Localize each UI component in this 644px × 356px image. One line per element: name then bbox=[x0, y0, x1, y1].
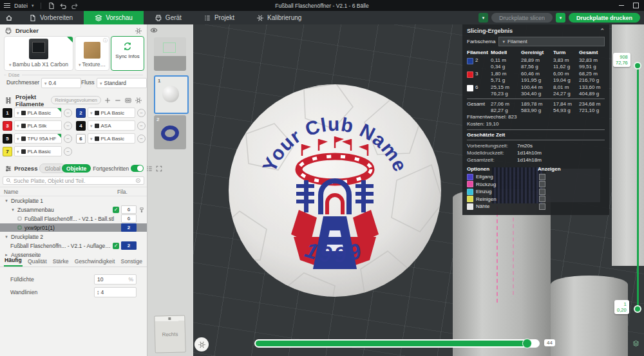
flow-select[interactable]: ▾Standard bbox=[97, 78, 147, 88]
collapse-panel-icon[interactable]: ⌃ bbox=[600, 28, 605, 34]
filament-slot-5[interactable]: 5 ▾TPU 95A HF − bbox=[3, 133, 72, 144]
filament-edit-icon[interactable]: − bbox=[64, 122, 72, 130]
visibility-check-icon[interactable]: ✓ bbox=[113, 207, 119, 213]
tree-row-selected-part[interactable]: yxw9pr01(1) 2 bbox=[0, 223, 147, 232]
tree-row-auflage-stl[interactable]: Fußball Flaschenöffn... - V2.1 - Auflage… bbox=[0, 241, 147, 250]
walls-stepper[interactable]: ▴▾ 4 bbox=[94, 287, 137, 297]
option-naehte[interactable]: Nähte bbox=[467, 203, 605, 211]
tab-vorschau[interactable]: Vorschau bbox=[84, 11, 144, 24]
tree-row-plate1[interactable]: ▾ Druckplatte 1 bbox=[0, 196, 147, 205]
option-checkbox[interactable] bbox=[539, 174, 545, 180]
remove-filament-icon[interactable] bbox=[114, 97, 122, 104]
expand-panel-icon[interactable] bbox=[155, 165, 163, 173]
process-scope-toggle[interactable]: Global Objekte bbox=[39, 164, 91, 173]
tab-kalibrierung[interactable]: Kalibrierung bbox=[245, 11, 312, 24]
option-checkbox[interactable] bbox=[539, 196, 545, 202]
filament-edit-icon[interactable]: − bbox=[137, 135, 146, 143]
tab-staerke[interactable]: Stärke bbox=[52, 258, 70, 267]
cleaning-volume-button[interactable]: Reinigungsvolumen bbox=[51, 96, 101, 104]
tab-sonstige[interactable]: Sonstige bbox=[120, 258, 143, 267]
thumbnail-plate-2[interactable]: 2 bbox=[154, 115, 186, 149]
eye-icon[interactable] bbox=[150, 26, 158, 34]
option-eilgang[interactable]: Eilgang bbox=[467, 173, 605, 181]
filament-slot-6[interactable]: 6 ▾PLA Basic − bbox=[76, 133, 146, 144]
tree-row-ball-stl[interactable]: Fußball Flaschenöff... - V2.1 - Ball.stl… bbox=[0, 214, 147, 223]
filament-edit-icon[interactable]: − bbox=[64, 147, 72, 156]
visibility-check-icon[interactable]: ✓ bbox=[113, 243, 119, 249]
print-plate-button[interactable]: Druckplatte drucken bbox=[569, 13, 640, 23]
view-gizmo-button[interactable] bbox=[194, 337, 209, 351]
clear-search-icon[interactable] bbox=[135, 178, 141, 183]
filament-slot-1[interactable]: 1 ▾PLA Basic − bbox=[3, 108, 72, 118]
undo-icon[interactable] bbox=[59, 2, 67, 10]
filament-edit-icon[interactable]: − bbox=[64, 109, 72, 117]
advanced-toggle[interactable] bbox=[131, 165, 144, 172]
slice-dropdown-button[interactable]: ▾ bbox=[478, 13, 488, 23]
add-filament-icon[interactable] bbox=[104, 97, 111, 104]
object-search-input[interactable]: Suche Platte, Objekt und Teil. bbox=[3, 176, 144, 185]
tab-projekt[interactable]: Projekt bbox=[193, 11, 245, 24]
collapse-icon[interactable]: ▾ bbox=[4, 198, 9, 203]
filament-edit-icon[interactable]: − bbox=[64, 135, 72, 143]
print-dropdown-button[interactable]: ▾ bbox=[556, 13, 565, 23]
paint-icon[interactable] bbox=[138, 207, 145, 213]
diameter-select[interactable]: ▾0.4 bbox=[41, 78, 81, 88]
tree-row-assembly[interactable]: ▾ Zusammenbau ✓ 6 bbox=[0, 205, 147, 214]
scope-objects[interactable]: Objekte bbox=[62, 164, 91, 173]
stepper-arrows-icon[interactable]: ▴▾ bbox=[97, 290, 99, 295]
tab-geschwindigkeit[interactable]: Geschwindigkeit bbox=[74, 258, 116, 267]
layer-slider-bottom-handle[interactable] bbox=[634, 305, 641, 313]
printer-card[interactable]: ▾Bambu Lab X1 Carbon bbox=[4, 36, 73, 71]
fila-count-badge[interactable]: 2 bbox=[121, 223, 137, 232]
hamburger-menu-icon[interactable] bbox=[4, 3, 10, 8]
filament-edit-icon[interactable]: − bbox=[137, 122, 146, 130]
thumbnail-plate-1[interactable]: 1 bbox=[154, 75, 189, 114]
option-checkbox[interactable] bbox=[539, 203, 545, 210]
param-list-icon[interactable] bbox=[146, 165, 153, 173]
option-reinigen[interactable]: Reinigen bbox=[467, 196, 605, 203]
fila-count-badge[interactable]: 6 bbox=[121, 214, 137, 223]
color-scheme-select[interactable]: ▾ Filament bbox=[498, 37, 605, 46]
plate-card[interactable]: ⓘ ▾Texture… bbox=[75, 36, 109, 71]
option-rueckzug[interactable]: Rückzug bbox=[467, 181, 605, 189]
tree-row-plate2[interactable]: ▾ Druckplatte 2 bbox=[0, 232, 147, 241]
corner-cylinder-object[interactable] bbox=[551, 276, 628, 356]
chevron-down-icon[interactable]: ▾ bbox=[32, 3, 34, 8]
file-menu[interactable]: Datei bbox=[14, 3, 28, 9]
filament-slot-4[interactable]: 4 ▾ASA − bbox=[76, 120, 146, 131]
move-slider-track[interactable]: 44 bbox=[254, 339, 540, 348]
filament-edit-icon[interactable]: − bbox=[137, 109, 146, 117]
soccer-ball-model[interactable]: Your Club Name 19 bbox=[227, 82, 443, 299]
fila-count-badge[interactable]: 2 bbox=[121, 241, 137, 250]
collapse-icon[interactable]: ▾ bbox=[10, 207, 15, 212]
option-einzug[interactable]: Einzug bbox=[467, 188, 605, 196]
fila-count-badge[interactable]: 6 bbox=[121, 205, 137, 214]
new-file-icon[interactable] bbox=[48, 2, 55, 10]
thumbnail-all-plates[interactable] bbox=[154, 37, 186, 71]
layer-slider-top-handle[interactable] bbox=[634, 62, 641, 70]
sync-infos-button[interactable]: Sync Infos bbox=[111, 36, 144, 71]
collapse-icon[interactable]: ▾ bbox=[4, 234, 9, 239]
filament-slot-3[interactable]: 3 ▾PLA Silk − bbox=[3, 120, 72, 131]
slice-plate-button[interactable]: Druckplatte slicen bbox=[491, 13, 553, 23]
move-slider-handle[interactable] bbox=[522, 339, 532, 348]
tab-haeufig[interactable]: Häufig bbox=[4, 257, 23, 267]
redo-icon[interactable] bbox=[71, 2, 79, 10]
filament-settings-gear-icon[interactable] bbox=[135, 97, 142, 104]
minimize-button[interactable] bbox=[619, 5, 624, 6]
tab-qualitaet[interactable]: Qualität bbox=[27, 258, 48, 267]
option-checkbox[interactable] bbox=[539, 181, 545, 187]
tab-vorbereiten[interactable]: Vorbereiten bbox=[18, 11, 84, 24]
layer-slider-settings-icon[interactable] bbox=[632, 340, 639, 347]
ams-icon[interactable] bbox=[124, 97, 132, 104]
filament-slot-7[interactable]: 7 ▾PLA Basic − bbox=[3, 146, 72, 156]
layer-slider-track[interactable] bbox=[637, 69, 639, 309]
filament-slot-2[interactable]: 2 ▾PLA Basic − bbox=[76, 108, 146, 118]
tab-geraet[interactable]: Gerät bbox=[144, 11, 193, 24]
viewport-3d[interactable]: 1 2 Your Club Name bbox=[147, 24, 644, 356]
printer-settings-gear-icon[interactable] bbox=[135, 27, 142, 35]
home-icon[interactable] bbox=[0, 14, 18, 22]
orientation-cube[interactable]: Rechts bbox=[154, 315, 186, 353]
maximize-button[interactable] bbox=[633, 3, 639, 8]
option-checkbox[interactable] bbox=[539, 189, 545, 195]
